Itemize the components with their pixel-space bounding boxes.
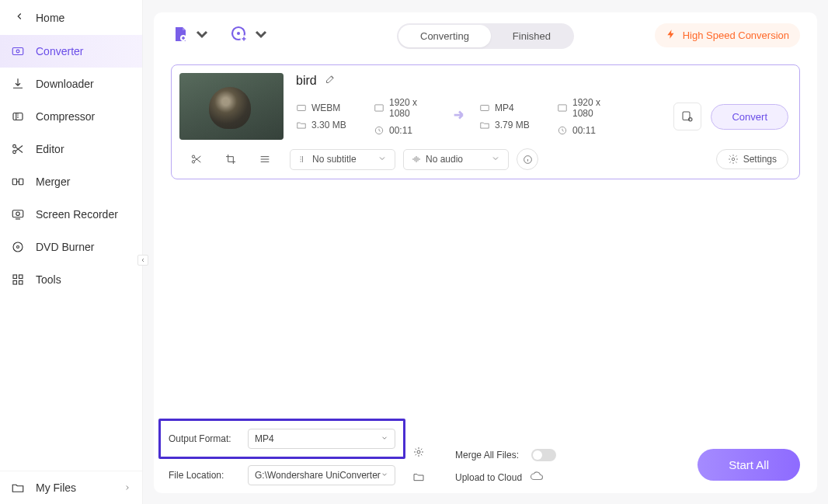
sidebar-home-label: Home: [36, 12, 64, 24]
svg-point-17: [237, 32, 240, 35]
high-speed-conversion-button[interactable]: High Speed Conversion: [655, 23, 800, 47]
output-settings-icon[interactable]: [412, 445, 426, 459]
svg-rect-12: [19, 275, 23, 279]
convert-button[interactable]: Convert: [711, 104, 788, 130]
effects-button[interactable]: [248, 148, 282, 171]
merge-toggle[interactable]: [531, 449, 556, 461]
upload-label: Upload to Cloud: [455, 472, 522, 483]
merge-label: Merge All Files:: [455, 450, 519, 461]
svg-rect-19: [297, 106, 306, 111]
chevron-down-icon: [252, 25, 270, 47]
sidebar-item-converter[interactable]: Converter: [0, 35, 142, 68]
sidebar-item-label: Compressor: [36, 110, 95, 123]
output-format-dropdown[interactable]: MP4: [248, 429, 395, 449]
chevron-down-icon: [381, 470, 388, 481]
svg-point-8: [16, 212, 20, 216]
hsc-label: High Speed Conversion: [683, 30, 789, 41]
sidebar-item-label: Downloader: [36, 78, 94, 90]
svg-point-3: [13, 144, 16, 148]
tab-converting[interactable]: Converting: [398, 25, 491, 47]
file-settings-icon-button[interactable]: [673, 103, 701, 130]
svg-point-28: [192, 161, 194, 163]
lightning-icon: [666, 29, 677, 42]
scissors-icon: [11, 142, 25, 156]
audio-dropdown[interactable]: No audio: [403, 149, 509, 170]
svg-rect-14: [19, 281, 23, 285]
svg-rect-20: [375, 105, 383, 111]
sidebar-item-tools[interactable]: Tools: [0, 263, 142, 296]
file-location-label: File Location:: [169, 470, 240, 481]
src-format: WEBM: [311, 103, 340, 113]
start-all-button[interactable]: Start All: [698, 449, 800, 481]
trim-button[interactable]: [179, 148, 214, 171]
svg-rect-22: [481, 106, 489, 111]
src-size: 3.30 MB: [311, 120, 346, 130]
crop-button[interactable]: [214, 148, 248, 171]
src-duration: 00:11: [389, 125, 412, 136]
svg-point-4: [13, 151, 16, 154]
file-location-value: G:\Wondershare UniConverter: [255, 470, 381, 481]
sidebar-item-downloader[interactable]: Downloader: [0, 68, 142, 100]
file-settings-button[interactable]: Settings: [716, 149, 788, 169]
svg-rect-5: [12, 179, 16, 185]
file-location-dropdown[interactable]: G:\Wondershare UniConverter: [248, 465, 395, 485]
src-resolution: 1920 x 1080: [389, 97, 440, 119]
edit-tool-strip: [179, 148, 282, 171]
my-files-label: My Files: [36, 481, 76, 494]
folder-icon: [11, 481, 25, 495]
cloud-icon[interactable]: [530, 469, 544, 485]
settings-label: Settings: [743, 154, 777, 165]
svg-rect-0: [12, 48, 23, 55]
chevron-down-icon: [193, 25, 211, 47]
chevron-right-icon: [124, 481, 131, 494]
sidebar-item-label: Screen Recorder: [36, 208, 118, 221]
open-folder-icon[interactable]: [412, 470, 426, 484]
audio-value: No audio: [426, 154, 463, 165]
merger-icon: [11, 175, 25, 189]
dst-resolution: 1920 x 1080: [572, 97, 624, 119]
chevron-left-icon: [14, 11, 25, 24]
info-button[interactable]: [517, 148, 538, 170]
sidebar-item-compressor[interactable]: Compressor: [0, 100, 142, 133]
svg-point-30: [732, 158, 735, 161]
svg-point-1: [16, 50, 19, 53]
svg-rect-11: [13, 275, 17, 279]
sidebar-my-files[interactable]: My Files: [0, 471, 142, 504]
sidebar-item-label: DVD Burner: [36, 241, 94, 253]
svg-point-10: [17, 246, 19, 249]
chevron-down-icon: [377, 154, 387, 165]
svg-rect-23: [558, 105, 566, 111]
grid-icon: [11, 273, 25, 287]
sidebar-item-dvd-burner[interactable]: DVD Burner: [0, 231, 142, 263]
subtitle-dropdown[interactable]: No subtitle: [290, 149, 395, 170]
converter-icon: [11, 44, 25, 58]
screen-recorder-icon: [11, 207, 25, 221]
sidebar-item-merger[interactable]: Merger: [0, 165, 142, 198]
download-icon: [11, 77, 25, 91]
disc-icon: [11, 240, 25, 254]
arrow-right-icon: [451, 106, 468, 127]
sidebar-collapse-button[interactable]: [137, 255, 148, 266]
video-thumbnail[interactable]: [179, 73, 284, 140]
chevron-down-icon: [381, 433, 388, 444]
svg-rect-13: [13, 281, 17, 285]
sidebar-home[interactable]: Home: [0, 0, 142, 35]
chevron-down-icon: [491, 154, 500, 165]
file-title: bird: [296, 74, 317, 88]
sidebar-item-screen-recorder[interactable]: Screen Recorder: [0, 198, 142, 231]
subtitle-value: No subtitle: [312, 154, 357, 165]
svg-rect-7: [12, 210, 23, 217]
dst-duration: 00:11: [572, 125, 596, 136]
tab-finished[interactable]: Finished: [491, 25, 572, 47]
sidebar-item-label: Merger: [36, 176, 70, 188]
edit-icon[interactable]: [325, 73, 336, 88]
add-disc-button[interactable]: [230, 25, 270, 47]
sidebar-item-editor[interactable]: Editor: [0, 133, 142, 165]
sidebar-item-label: Tools: [36, 273, 61, 286]
sidebar-item-label: Converter: [36, 45, 83, 57]
add-file-button[interactable]: [171, 25, 211, 47]
file-card[interactable]: bird WEBM 3.30 MB 1920 x 1080 00:11: [171, 64, 800, 179]
dst-size: 3.79 MB: [495, 120, 530, 130]
svg-point-9: [13, 242, 23, 252]
output-format-label: Output Format:: [169, 433, 240, 444]
